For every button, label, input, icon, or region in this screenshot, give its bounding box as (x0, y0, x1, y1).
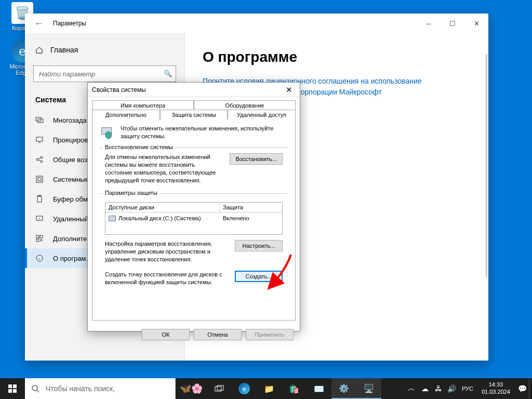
svg-rect-19 (13, 384, 17, 388)
cancel-button[interactable]: Отмена (194, 329, 242, 340)
shared-icon (35, 155, 44, 164)
window-controls: ─ ☐ ✕ (417, 16, 488, 31)
taskbar-news-icon[interactable]: 🦋🌸 (176, 383, 207, 394)
system-tray: ︿ ☁ 🖧 🔊 РУС 14:33 01.03.2024 💬 (405, 378, 532, 399)
search-placeholder: Чтобы начать поиск, (46, 384, 115, 393)
tab-remote[interactable]: Удаленный доступ (228, 110, 296, 119)
create-button[interactable]: Создать... (235, 271, 283, 282)
create-text: Создать точку восстановления для дисков … (105, 271, 229, 286)
taskbar-explorer[interactable]: 📁 (257, 378, 282, 399)
protection-legend: Параметры защиты (103, 190, 159, 196)
taskbar-mail[interactable]: ✉️ (307, 378, 331, 399)
settings-window-title: Параметры (53, 20, 86, 27)
home-label: Главная (50, 46, 78, 54)
search-icon: 🔍 (164, 70, 172, 77)
svg-rect-10 (36, 216, 43, 220)
svg-rect-8 (37, 196, 42, 202)
tray-language[interactable]: РУС (459, 385, 476, 392)
search-input[interactable] (33, 65, 176, 82)
svg-rect-12 (40, 235, 43, 238)
sysprops-title: Свойства системы (92, 86, 146, 94)
multitasking-icon (35, 116, 44, 124)
tray-network-icon[interactable]: 🖧 (432, 378, 445, 399)
tab-hardware[interactable]: Оборудование (194, 100, 296, 110)
edge-icon: e (238, 383, 250, 394)
tray-onedrive-icon[interactable]: ☁ (418, 378, 432, 399)
taskbar-task-view[interactable] (207, 378, 232, 399)
fieldset-protection: Параметры защиты Доступные диски Защита … (100, 193, 288, 291)
store-icon: 🛍️ (289, 384, 299, 394)
system-icon (35, 175, 44, 183)
taskbar-sysprops[interactable]: 🖥️ (356, 378, 381, 399)
sysprops-titlebar: Свойства системы ✕ (88, 83, 300, 97)
folder-icon: 📁 (264, 384, 274, 394)
restore-legend: Восстановление системы (103, 144, 175, 150)
drive-row[interactable]: Локальный диск (C:) (Система) Включено (105, 212, 282, 224)
tray-time: 14:33 (482, 381, 510, 389)
fieldset-restore: Восстановление системы Для отмены нежела… (100, 148, 288, 189)
maximize-button[interactable]: ☐ (441, 16, 464, 31)
tab-advanced[interactable]: Дополнительно (92, 110, 160, 119)
sysprops-tabs: Имя компьютера Оборудование Дополнительн… (88, 97, 300, 119)
tray-chevron-up-icon[interactable]: ︿ (405, 378, 418, 399)
system-properties-dialog: Свойства системы ✕ Имя компьютера Оборуд… (87, 82, 300, 331)
svg-rect-7 (38, 178, 41, 181)
restore-text: Для отмены нежелательных изменений систе… (105, 153, 223, 184)
taskbar-settings[interactable]: ⚙️ (331, 378, 356, 399)
svg-rect-2 (36, 137, 43, 141)
col-drives: Доступные диски (105, 203, 220, 212)
scrollbar[interactable] (486, 54, 487, 277)
drive-table: Доступные диски Защита Локальный диск (C… (105, 202, 283, 235)
back-button[interactable]: ← (31, 16, 47, 31)
configure-text: Настройка параметров восстановления, упр… (105, 240, 229, 263)
restore-button[interactable]: Восстановить... (230, 153, 283, 165)
svg-point-4 (41, 156, 43, 158)
projecting-icon (35, 136, 44, 144)
svg-rect-18 (8, 384, 12, 388)
svg-rect-24 (217, 385, 223, 390)
close-button[interactable]: ✕ (464, 16, 488, 31)
tab-system-protection[interactable]: Защита системы (160, 110, 228, 119)
tray-clock[interactable]: 14:33 01.03.2024 (476, 381, 515, 396)
svg-rect-21 (13, 389, 17, 393)
minimize-button[interactable]: ─ (417, 16, 441, 31)
sidebar-item-label: О програм… (53, 255, 92, 262)
svg-point-22 (32, 385, 37, 391)
show-desktop-button[interactable] (529, 378, 532, 399)
intro-text: Чтобы отменить нежелательные изменения, … (121, 125, 288, 140)
taskbar-store[interactable]: 🛍️ (282, 378, 307, 399)
tray-notifications-icon[interactable]: 💬 (515, 378, 529, 399)
advanced-icon (35, 234, 44, 243)
remote-icon (35, 215, 44, 223)
taskbar-search[interactable]: Чтобы начать поиск, (25, 378, 176, 399)
tray-date: 01.03.2024 (482, 389, 510, 396)
col-protection: Защита (220, 203, 282, 212)
svg-rect-11 (36, 235, 39, 238)
page-title: О программе (203, 49, 473, 65)
tray-volume-icon[interactable]: 🔊 (445, 378, 459, 399)
about-icon (35, 254, 44, 262)
svg-rect-6 (36, 176, 43, 182)
drive-table-header: Доступные диски Защита (105, 203, 282, 212)
configure-button[interactable]: Настроить... (235, 240, 283, 251)
task-view-icon (215, 385, 224, 392)
home-icon (35, 46, 43, 54)
start-button[interactable] (0, 378, 25, 399)
clipboard-icon (35, 195, 44, 203)
ok-button[interactable]: ОК (142, 329, 190, 340)
dialog-buttons: ОК Отмена Применить (88, 325, 300, 344)
drive-name: Локальный диск (C:) (Система) (118, 215, 201, 221)
shield-monitor-icon (100, 125, 115, 140)
svg-rect-13 (36, 239, 39, 242)
close-button[interactable]: ✕ (278, 83, 300, 97)
taskbar-edge[interactable]: e (232, 378, 257, 399)
gear-icon: ⚙️ (339, 383, 349, 393)
home-link[interactable]: Главная (25, 41, 184, 59)
tab-panel: Чтобы отменить нежелательные изменения, … (92, 119, 296, 321)
mail-icon: ✉️ (314, 384, 324, 394)
svg-point-5 (41, 161, 43, 163)
tab-computer-name[interactable]: Имя компьютера (92, 100, 194, 110)
panel-intro: Чтобы отменить нежелательные изменения, … (100, 125, 288, 140)
apply-button[interactable]: Применить (246, 329, 294, 340)
svg-rect-23 (215, 387, 221, 391)
